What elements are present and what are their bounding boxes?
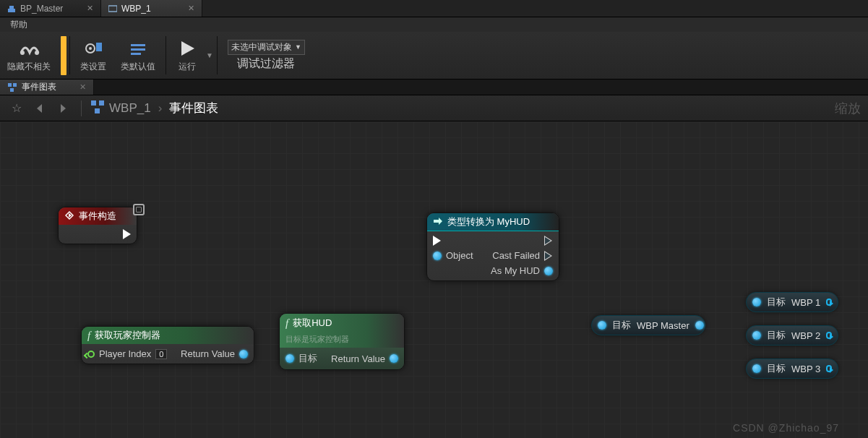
node-title: 事件构造 — [79, 210, 116, 223]
hide-unrelated-icon — [18, 38, 40, 59]
favorite-button[interactable]: ☆ — [7, 99, 26, 118]
node-body — [59, 225, 137, 244]
svg-rect-7 — [96, 43, 102, 51]
svg-rect-0 — [8, 9, 15, 12]
svg-rect-8 — [131, 44, 145, 46]
sub-tab-event-graph[interactable]: 事件图表 ✕ — [0, 80, 94, 95]
exec-out-pin[interactable] — [123, 229, 131, 239]
separator — [217, 36, 218, 74]
node-name: WBP Master — [637, 320, 689, 331]
node-wbp-master[interactable]: 目标 WBP Master — [591, 315, 705, 335]
nav-forward-button[interactable] — [53, 99, 72, 118]
hide-unrelated-button[interactable]: 隐藏不相关 — [0, 32, 58, 79]
svg-rect-13 — [10, 88, 14, 92]
node-get-player-controller[interactable]: f 获取玩家控制器 Player Index 0 Return Value — [81, 326, 254, 364]
breadcrumb-wbp[interactable]: WBP_1 — [109, 101, 151, 116]
target-pin[interactable] — [285, 354, 294, 363]
breadcrumb-graph[interactable]: 事件图表 — [169, 100, 218, 116]
accent-bar — [61, 36, 66, 75]
event-icon — [64, 210, 74, 223]
sub-tab-bar: 事件图表 ✕ — [0, 80, 868, 95]
event-graph-icon — [90, 100, 105, 117]
node-get-hud[interactable]: f 获取HUD 目标是玩家控制器 目标 Return Value — [279, 313, 405, 370]
function-icon: f — [285, 317, 288, 330]
breakpoint-icon[interactable] — [133, 204, 145, 215]
debug-target-label: 未选中调试对象 — [231, 41, 292, 53]
button-label: 隐藏不相关 — [7, 61, 51, 73]
target-label: 目标 — [612, 319, 631, 332]
target-in-pin[interactable] — [752, 331, 761, 340]
svg-rect-14 — [91, 100, 96, 106]
play-button[interactable]: 运行 — [169, 32, 205, 79]
separator — [81, 100, 82, 116]
debug-group: 未选中调试对象 ▼ 调试过滤器 — [220, 32, 312, 79]
zoom-label: 缩放 — [835, 100, 861, 117]
target-in-pin[interactable] — [752, 298, 761, 306]
target-label: 目标 — [767, 296, 786, 309]
menu-bar: 帮助 — [0, 17, 868, 32]
return-pin[interactable] — [390, 354, 398, 363]
tab-wbp-1[interactable]: WBP_1 ✕ — [101, 0, 202, 17]
target-in-pin[interactable] — [752, 364, 761, 373]
exec-in-pin[interactable] — [433, 236, 441, 246]
gear-icon — [82, 38, 104, 59]
node-title: 获取玩家控制器 — [95, 329, 160, 342]
player-index-value[interactable]: 0 — [155, 349, 167, 359]
return-pin[interactable] — [239, 350, 248, 358]
node-name: WBP 1 — [791, 297, 820, 308]
node-header: 类型转换为 MyHUD — [427, 213, 559, 231]
blueprint-icon — [7, 4, 16, 13]
widget-icon — [108, 4, 117, 13]
node-wbp-3[interactable]: 目标 WBP 3 — [746, 358, 838, 379]
main-tab-bar: BP_Master ✕ WBP_1 ✕ — [0, 0, 868, 17]
node-name: WBP 2 — [791, 330, 820, 341]
play-dropdown[interactable]: ▼ — [205, 32, 214, 79]
node-cast-myhud[interactable]: 类型转换为 MyHUD Object Cast Failed As My HUD — [426, 212, 559, 281]
play-icon — [176, 38, 198, 59]
separator — [69, 36, 70, 74]
node-wbp-2[interactable]: 目标 WBP 2 — [746, 325, 838, 345]
object-pin[interactable] — [433, 252, 442, 260]
menu-help[interactable]: 帮助 — [4, 18, 33, 32]
button-label: 运行 — [179, 61, 196, 73]
value-out-pin[interactable] — [826, 365, 832, 372]
graph-canvas[interactable]: 事件构造 f 获取玩家控制器 Player Index 0 Return Val… — [0, 121, 868, 438]
svg-rect-12 — [13, 83, 17, 87]
debug-target-select[interactable]: 未选中调试对象 ▼ — [228, 40, 305, 55]
button-label: 类设置 — [80, 61, 106, 73]
node-wbp-1[interactable]: 目标 WBP 1 — [746, 292, 838, 312]
toolbar: 隐藏不相关 类设置 类默认值 运行 ▼ 未选中调试对象 ▼ 调试过滤器 — [0, 32, 868, 80]
node-event-construct[interactable]: 事件构造 — [58, 207, 137, 244]
tab-bp-master[interactable]: BP_Master ✕ — [0, 0, 101, 17]
value-out-pin[interactable] — [695, 321, 704, 330]
close-icon[interactable]: ✕ — [87, 4, 93, 13]
svg-rect-2 — [108, 6, 117, 12]
as-hud-pin[interactable] — [544, 267, 553, 275]
return-label: Return Value — [331, 353, 385, 364]
svg-rect-10 — [131, 53, 141, 55]
close-icon[interactable]: ✕ — [80, 82, 86, 92]
return-label: Return Value — [181, 348, 235, 359]
event-graph-icon — [7, 82, 17, 93]
class-defaults-button[interactable]: 类默认值 — [113, 32, 163, 79]
value-out-pin[interactable] — [826, 332, 832, 339]
object-label: Object — [446, 250, 473, 261]
cast-failed-pin[interactable] — [544, 251, 553, 261]
target-label: 目标 — [298, 352, 317, 365]
close-icon[interactable]: ✕ — [188, 4, 194, 13]
tab-label: BP_Master — [20, 4, 63, 14]
target-label: 目标 — [767, 362, 786, 375]
value-out-pin[interactable] — [826, 299, 832, 306]
exec-out-pin[interactable] — [544, 236, 553, 246]
class-settings-button[interactable]: 类设置 — [73, 32, 113, 79]
player-index-pin[interactable] — [87, 351, 95, 358]
node-body: 目标 Return Value — [280, 348, 404, 369]
node-header: f 获取HUD 目标是玩家控制器 — [280, 314, 404, 348]
svg-rect-16 — [95, 108, 100, 113]
svg-point-4 — [35, 51, 39, 55]
target-in-pin[interactable] — [598, 321, 606, 330]
node-body: Player Index 0 Return Value — [82, 344, 254, 364]
player-index-label: Player Index — [99, 348, 151, 359]
nav-back-button[interactable] — [30, 99, 49, 118]
target-label: 目标 — [767, 329, 786, 342]
